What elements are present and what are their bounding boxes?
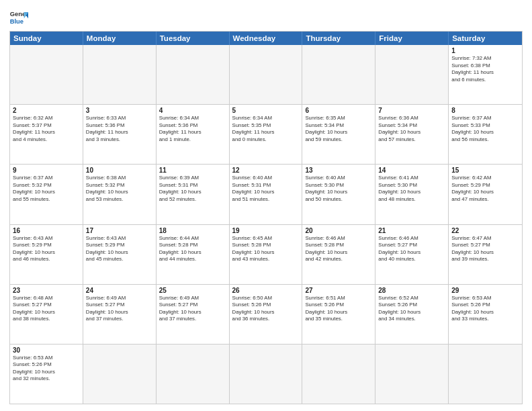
calendar-row-2: 9Sunrise: 6:37 AM Sunset: 5:32 PM Daylig… xyxy=(10,165,522,224)
cell-info: Sunrise: 6:43 AM Sunset: 5:29 PM Dayligh… xyxy=(13,235,80,263)
calendar-cell: 23Sunrise: 6:48 AM Sunset: 5:27 PM Dayli… xyxy=(10,285,83,344)
cell-date: 15 xyxy=(451,167,519,174)
calendar-cell xyxy=(83,345,157,404)
calendar-row-1: 2Sunrise: 6:32 AM Sunset: 5:37 PM Daylig… xyxy=(10,105,522,165)
cell-date: 27 xyxy=(305,287,372,294)
cell-date: 17 xyxy=(86,227,153,234)
calendar-row-4: 23Sunrise: 6:48 AM Sunset: 5:27 PM Dayli… xyxy=(10,285,522,345)
logo-icon: General Blue xyxy=(9,8,28,27)
cell-date: 5 xyxy=(232,107,300,114)
calendar-header: SundayMondayTuesdayWednesdayThursdayFrid… xyxy=(10,32,522,45)
cell-info: Sunrise: 6:37 AM Sunset: 5:33 PM Dayligh… xyxy=(451,115,519,143)
calendar-cell xyxy=(10,45,83,104)
cell-info: Sunrise: 6:53 AM Sunset: 5:26 PM Dayligh… xyxy=(13,355,80,383)
calendar-cell: 1Sunrise: 7:32 AM Sunset: 6:38 PM Daylig… xyxy=(449,45,522,104)
svg-text:Blue: Blue xyxy=(10,18,24,25)
cell-info: Sunrise: 6:40 AM Sunset: 5:31 PM Dayligh… xyxy=(232,175,300,203)
header: General Blue xyxy=(9,8,523,27)
cell-info: Sunrise: 6:42 AM Sunset: 5:29 PM Dayligh… xyxy=(451,175,519,203)
calendar-cell: 15Sunrise: 6:42 AM Sunset: 5:29 PM Dayli… xyxy=(449,165,522,224)
calendar-cell xyxy=(449,345,522,404)
cell-info: Sunrise: 6:51 AM Sunset: 5:26 PM Dayligh… xyxy=(305,295,372,323)
cell-info: Sunrise: 7:32 AM Sunset: 6:38 PM Dayligh… xyxy=(451,55,519,83)
cell-info: Sunrise: 6:44 AM Sunset: 5:28 PM Dayligh… xyxy=(159,235,226,263)
header-day-sunday: Sunday xyxy=(10,32,83,45)
cell-date: 1 xyxy=(451,47,519,54)
cell-date: 23 xyxy=(13,287,80,294)
header-day-saturday: Saturday xyxy=(449,32,522,45)
calendar-row-3: 16Sunrise: 6:43 AM Sunset: 5:29 PM Dayli… xyxy=(10,225,522,285)
calendar-cell: 17Sunrise: 6:43 AM Sunset: 5:29 PM Dayli… xyxy=(83,225,157,284)
cell-info: Sunrise: 6:43 AM Sunset: 5:29 PM Dayligh… xyxy=(86,235,153,263)
calendar-cell: 19Sunrise: 6:45 AM Sunset: 5:28 PM Dayli… xyxy=(230,225,303,284)
calendar-cell xyxy=(375,345,449,404)
calendar-cell xyxy=(302,45,375,104)
calendar-cell: 5Sunrise: 6:34 AM Sunset: 5:35 PM Daylig… xyxy=(230,105,303,164)
calendar-cell: 29Sunrise: 6:53 AM Sunset: 5:26 PM Dayli… xyxy=(449,285,522,344)
cell-date: 19 xyxy=(232,227,300,234)
cell-info: Sunrise: 6:32 AM Sunset: 5:37 PM Dayligh… xyxy=(13,115,80,143)
page: General Blue SundayMondayTuesdayWednesda… xyxy=(0,0,532,411)
cell-info: Sunrise: 6:37 AM Sunset: 5:32 PM Dayligh… xyxy=(13,175,80,203)
cell-date: 11 xyxy=(159,167,226,174)
header-day-thursday: Thursday xyxy=(302,32,375,45)
calendar: SundayMondayTuesdayWednesdayThursdayFrid… xyxy=(9,31,523,404)
cell-date: 8 xyxy=(451,107,519,114)
calendar-cell: 9Sunrise: 6:37 AM Sunset: 5:32 PM Daylig… xyxy=(10,165,83,224)
calendar-cell: 12Sunrise: 6:40 AM Sunset: 5:31 PM Dayli… xyxy=(230,165,303,224)
calendar-cell xyxy=(375,45,449,104)
calendar-cell xyxy=(83,45,157,104)
cell-date: 18 xyxy=(159,227,226,234)
cell-date: 9 xyxy=(13,167,80,174)
calendar-cell: 18Sunrise: 6:44 AM Sunset: 5:28 PM Dayli… xyxy=(157,225,230,284)
cell-info: Sunrise: 6:49 AM Sunset: 5:27 PM Dayligh… xyxy=(159,295,226,323)
cell-date: 10 xyxy=(86,167,153,174)
calendar-cell xyxy=(302,345,375,404)
cell-info: Sunrise: 6:34 AM Sunset: 5:36 PM Dayligh… xyxy=(159,115,226,143)
header-day-wednesday: Wednesday xyxy=(230,32,303,45)
calendar-cell: 27Sunrise: 6:51 AM Sunset: 5:26 PM Dayli… xyxy=(302,285,375,344)
cell-date: 20 xyxy=(305,227,372,234)
cell-info: Sunrise: 6:47 AM Sunset: 5:27 PM Dayligh… xyxy=(451,235,519,263)
cell-date: 2 xyxy=(13,107,80,114)
cell-date: 24 xyxy=(86,287,153,294)
calendar-cell: 20Sunrise: 6:46 AM Sunset: 5:28 PM Dayli… xyxy=(302,225,375,284)
calendar-cell: 11Sunrise: 6:39 AM Sunset: 5:31 PM Dayli… xyxy=(157,165,230,224)
calendar-row-0: 1Sunrise: 7:32 AM Sunset: 6:38 PM Daylig… xyxy=(10,45,522,105)
calendar-cell xyxy=(157,345,230,404)
cell-date: 12 xyxy=(232,167,300,174)
cell-date: 16 xyxy=(13,227,80,234)
cell-info: Sunrise: 6:49 AM Sunset: 5:27 PM Dayligh… xyxy=(86,295,153,323)
calendar-cell: 21Sunrise: 6:46 AM Sunset: 5:27 PM Dayli… xyxy=(375,225,449,284)
cell-info: Sunrise: 6:36 AM Sunset: 5:34 PM Dayligh… xyxy=(378,115,445,143)
header-day-friday: Friday xyxy=(375,32,449,45)
cell-info: Sunrise: 6:45 AM Sunset: 5:28 PM Dayligh… xyxy=(232,235,300,263)
calendar-cell: 2Sunrise: 6:32 AM Sunset: 5:37 PM Daylig… xyxy=(10,105,83,164)
calendar-cell: 26Sunrise: 6:50 AM Sunset: 5:26 PM Dayli… xyxy=(230,285,303,344)
cell-info: Sunrise: 6:48 AM Sunset: 5:27 PM Dayligh… xyxy=(13,295,80,323)
cell-info: Sunrise: 6:34 AM Sunset: 5:35 PM Dayligh… xyxy=(232,115,300,143)
calendar-cell: 22Sunrise: 6:47 AM Sunset: 5:27 PM Dayli… xyxy=(449,225,522,284)
cell-date: 30 xyxy=(13,347,80,354)
calendar-cell: 24Sunrise: 6:49 AM Sunset: 5:27 PM Dayli… xyxy=(83,285,157,344)
header-day-monday: Monday xyxy=(83,32,157,45)
cell-info: Sunrise: 6:39 AM Sunset: 5:31 PM Dayligh… xyxy=(159,175,226,203)
cell-info: Sunrise: 6:46 AM Sunset: 5:27 PM Dayligh… xyxy=(378,235,445,263)
cell-info: Sunrise: 6:33 AM Sunset: 5:36 PM Dayligh… xyxy=(86,115,153,143)
cell-date: 14 xyxy=(378,167,445,174)
calendar-cell: 10Sunrise: 6:38 AM Sunset: 5:32 PM Dayli… xyxy=(83,165,157,224)
cell-info: Sunrise: 6:46 AM Sunset: 5:28 PM Dayligh… xyxy=(305,235,372,263)
cell-info: Sunrise: 6:53 AM Sunset: 5:26 PM Dayligh… xyxy=(451,295,519,323)
calendar-cell: 14Sunrise: 6:41 AM Sunset: 5:30 PM Dayli… xyxy=(375,165,449,224)
cell-info: Sunrise: 6:50 AM Sunset: 5:26 PM Dayligh… xyxy=(232,295,300,323)
cell-date: 26 xyxy=(232,287,300,294)
calendar-cell: 28Sunrise: 6:52 AM Sunset: 5:26 PM Dayli… xyxy=(375,285,449,344)
cell-date: 22 xyxy=(451,227,519,234)
calendar-cell xyxy=(230,45,303,104)
calendar-cell: 8Sunrise: 6:37 AM Sunset: 5:33 PM Daylig… xyxy=(449,105,522,164)
cell-date: 4 xyxy=(159,107,226,114)
cell-date: 21 xyxy=(378,227,445,234)
calendar-cell: 3Sunrise: 6:33 AM Sunset: 5:36 PM Daylig… xyxy=(83,105,157,164)
cell-date: 13 xyxy=(305,167,372,174)
cell-info: Sunrise: 6:38 AM Sunset: 5:32 PM Dayligh… xyxy=(86,175,153,203)
